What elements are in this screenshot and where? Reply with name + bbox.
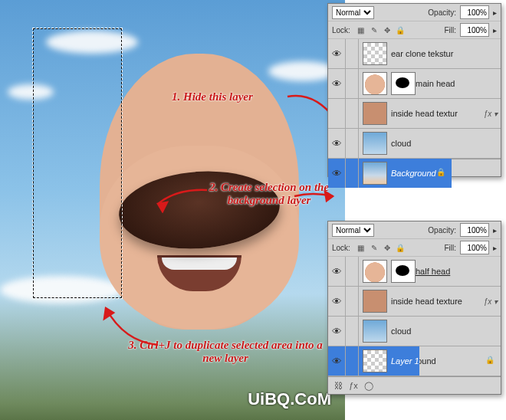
lock-move-icon: ✥ — [382, 242, 393, 253]
lock-all-icon: 🔒 — [395, 25, 406, 35]
opacity-label: Opacity: — [428, 226, 456, 235]
layer-name[interactable]: main head — [416, 79, 501, 88]
lock-move-icon: ✥ — [382, 25, 393, 35]
layer-name[interactable]: Layer 1 — [391, 356, 419, 366]
opacity-input[interactable] — [460, 223, 489, 237]
layer-row[interactable]: 👁main head — [328, 69, 501, 99]
layer-name[interactable]: half head — [416, 267, 501, 276]
layer-row[interactable]: 👁Background🔒 — [328, 159, 452, 188]
dropdown-icon[interactable]: ▸ — [493, 26, 497, 34]
layer-name[interactable]: inside head textur — [391, 109, 481, 118]
layer-mask-thumbnail — [391, 72, 416, 95]
blend-mode-select[interactable]: Normal — [332, 224, 374, 237]
layer-row[interactable]: 👁ear clone tekstur — [328, 39, 501, 69]
lock-paint-icon: ✎ — [369, 242, 380, 253]
link-icon[interactable]: ⛓ — [333, 381, 343, 390]
fx-icon[interactable]: ƒx — [348, 381, 359, 390]
layer-mask-thumbnail — [391, 260, 416, 283]
fill-label: Fill: — [444, 26, 456, 34]
visibility-toggle[interactable]: 👁 — [328, 39, 346, 68]
lock-paint-icon: ✎ — [369, 25, 380, 35]
lock-transparency-icon: ▦ — [356, 25, 366, 35]
lock-icon: 🔒 — [436, 168, 447, 179]
mask-icon[interactable]: ◯ — [363, 381, 374, 391]
layer-thumbnail — [363, 320, 387, 343]
visibility-toggle[interactable]: 👁 — [328, 159, 346, 188]
layers-panel-1: Normal Opacity: ▸ Lock: ▦✎✥🔒 Fill: ▸ 👁ea… — [327, 3, 501, 177]
lock-all-icon: 🔒 — [395, 242, 406, 253]
layer-thumbnail — [363, 290, 387, 313]
visibility-toggle[interactable]: 👁 — [328, 129, 346, 158]
layer-thumbnail — [363, 162, 387, 185]
arrow-2l — [153, 182, 215, 213]
lock-icon: 🔒 — [485, 356, 496, 366]
layer-row[interactable]: 👁half head — [328, 257, 501, 287]
visibility-toggle[interactable]: 👁 — [328, 257, 346, 286]
fx-indicator[interactable]: ƒx ▾ — [484, 297, 498, 306]
fill-input[interactable] — [460, 241, 489, 254]
visibility-toggle[interactable]: 👁 — [328, 346, 346, 376]
panel-footer: ⛓ ƒx ◯ — [328, 376, 501, 394]
opacity-input[interactable] — [460, 5, 489, 19]
image-canvas: 1. Hide this layer 2. Create selection o… — [0, 0, 345, 420]
dropdown-icon[interactable]: ▸ — [493, 244, 497, 252]
lock-label: Lock: — [332, 244, 350, 252]
layer-thumbnail — [363, 260, 387, 283]
layer-row[interactable]: 👁cloud — [328, 317, 501, 346]
layers-panel-2: Normal Opacity: ▸ Lock: ▦✎✥🔒 Fill: ▸ 👁ha… — [327, 221, 501, 395]
lock-label: Lock: — [332, 26, 350, 34]
visibility-toggle[interactable] — [328, 99, 346, 128]
layer-row[interactable]: inside head texturƒx ▾ — [328, 99, 501, 129]
layer-thumbnail — [363, 102, 387, 125]
opacity-label: Opacity: — [428, 8, 456, 17]
layer-thumbnail — [363, 349, 387, 372]
layer-row[interactable]: 👁inside head textureƒx ▾ — [328, 287, 501, 317]
layer-name[interactable]: cloud — [391, 139, 501, 148]
arrow-3 — [100, 302, 169, 353]
layer-name[interactable]: ear clone tekstur — [391, 49, 501, 58]
layer-thumbnail — [363, 42, 387, 65]
visibility-toggle[interactable]: 👁 — [328, 69, 346, 98]
fill-input[interactable] — [460, 23, 489, 37]
layer-thumbnail — [363, 72, 387, 95]
layer-name[interactable]: inside head texture — [391, 297, 481, 306]
dropdown-icon[interactable]: ▸ — [493, 8, 497, 17]
lock-buttons[interactable]: ▦✎✥🔒 — [356, 242, 406, 253]
marquee-selection[interactable] — [33, 28, 122, 298]
arrow-2r — [291, 187, 337, 210]
visibility-toggle[interactable]: 👁 — [328, 317, 346, 346]
blend-mode-select[interactable]: Normal — [332, 6, 374, 19]
annotation-1: 1. Hide this layer — [172, 90, 253, 103]
lock-transparency-icon: ▦ — [356, 242, 366, 253]
layer-row[interactable]: 👁Layer 1 — [328, 346, 419, 376]
fx-indicator[interactable]: ƒx ▾ — [484, 110, 498, 118]
visibility-toggle[interactable]: 👁 — [328, 287, 346, 316]
fill-label: Fill: — [444, 244, 456, 252]
layer-name[interactable]: Background — [391, 169, 436, 178]
layer-name[interactable]: cloud — [391, 326, 501, 336]
watermark: UiBQ.CoM — [248, 389, 331, 409]
dropdown-icon[interactable]: ▸ — [493, 226, 497, 235]
layer-thumbnail — [363, 132, 387, 155]
lock-buttons[interactable]: ▦✎✥🔒 — [356, 25, 406, 35]
layer-row[interactable]: 👁cloud — [328, 129, 501, 159]
